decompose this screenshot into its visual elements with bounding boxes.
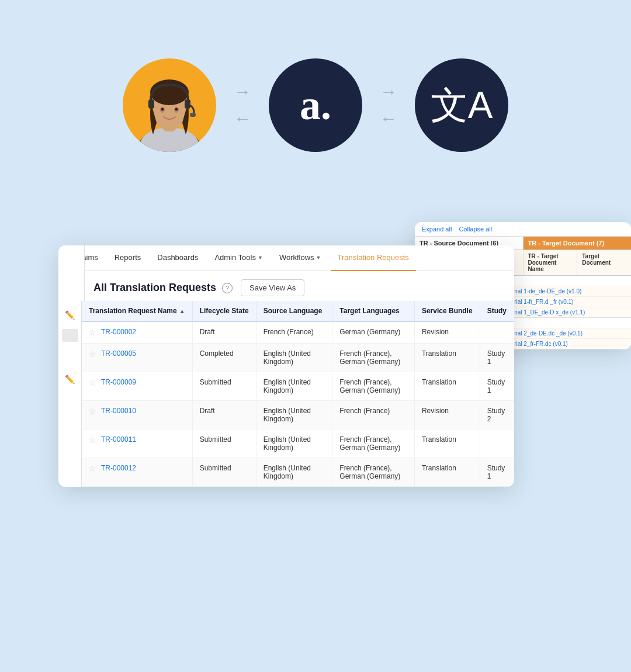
rp-file-2b[interactable]: Material 2_fr-FR.dc (v0.1): [501, 339, 631, 349]
rp-file-2a[interactable]: Material 2_de-DE.dc _de (v0.1): [501, 328, 631, 339]
help-icon[interactable]: ?: [222, 283, 233, 293]
table-row: ☆ TR-000009 Submitted English (United Ki…: [82, 372, 514, 401]
table-container: Translation Request Name ▲ Lifecycle Sta…: [82, 301, 514, 487]
svg-point-4: [150, 79, 189, 105]
cell-name-5: ☆ TR-000012: [82, 458, 192, 487]
tr-link-3[interactable]: TR-000010: [101, 407, 136, 415]
cell-service-bundle-4: Translation: [414, 429, 480, 458]
col-header-study: Study: [480, 301, 514, 321]
sidebar-edit-icon[interactable]: ✏️: [61, 306, 79, 324]
logo-circle: a.: [269, 58, 362, 152]
translation-requests-table: Translation Request Name ▲ Lifecycle Sta…: [82, 301, 514, 487]
col-header-target-langs: Target Languages: [332, 301, 415, 321]
tr-link-0[interactable]: TR-000002: [101, 328, 136, 336]
translate-icon: 文A: [431, 80, 493, 131]
rp-file-1a[interactable]: Material 1-de_de-DE_de (v1.0): [501, 286, 631, 297]
cell-lifecycle-3: Draft: [192, 401, 256, 429]
page-title: All Translation Requests: [93, 282, 216, 294]
tr-link-5[interactable]: TR-000012: [101, 464, 136, 472]
svg-point-7: [161, 108, 164, 111]
cell-lifecycle-4: Submitted: [192, 429, 256, 458]
nav-bar: Claims Reports Dashboards Admin Tools ▼ …: [58, 245, 514, 271]
tr-link-1[interactable]: TR-000005: [101, 349, 136, 358]
star-icon-2[interactable]: ☆: [89, 378, 96, 387]
cell-target-langs-1: French (France), German (Germany): [332, 344, 415, 372]
admin-tools-dropdown-icon: ▼: [258, 255, 263, 261]
rp-file-1c[interactable]: Material 1_DE_de-D x_de (v1.1): [501, 307, 631, 317]
cell-source-lang-5: English (United Kingdom): [256, 458, 332, 487]
cell-source-lang-2: English (United Kingdom): [256, 372, 332, 401]
cell-study-1: Study 1: [480, 344, 514, 372]
cell-study-5: Study 1: [480, 458, 514, 487]
svg-rect-10: [185, 99, 190, 109]
cell-lifecycle-2: Submitted: [192, 372, 256, 401]
table-area: Translation Request Name ▲ Lifecycle Sta…: [82, 301, 514, 487]
star-icon-3[interactable]: ☆: [89, 407, 96, 416]
col-header-name: Translation Request Name ▲: [82, 301, 192, 321]
cell-lifecycle-0: Draft: [192, 321, 256, 344]
cell-service-bundle-1: Translation: [414, 344, 480, 372]
cell-name-4: ☆ TR-000011: [82, 429, 192, 458]
table-row: ☆ TR-000011 Submitted English (United Ki…: [82, 429, 514, 458]
sub-header-tgt-doc: Target Document: [577, 250, 631, 275]
nav-workflows[interactable]: Workflows ▼: [272, 245, 328, 271]
nav-admin-tools[interactable]: Admin Tools ▼: [207, 245, 270, 271]
nav-dashboards[interactable]: Dashboards: [150, 245, 205, 271]
cell-target-langs-3: French (France): [332, 401, 415, 429]
sidebar: ✏️ ✏️: [58, 301, 82, 487]
collapse-all-link[interactable]: Collapse all: [459, 226, 492, 233]
arrow-right-icon: →: [234, 82, 251, 102]
cell-service-bundle-2: Translation: [414, 372, 480, 401]
cell-target-langs-2: French (France), German (Germany): [332, 372, 415, 401]
cell-study-2: Study 1: [480, 372, 514, 401]
expand-all-link[interactable]: Expand all: [422, 226, 452, 233]
target-group-header: TR - Target Document (7): [523, 237, 632, 250]
cell-source-lang-0: French (France): [256, 321, 332, 344]
left-arrow-group: → ←: [234, 82, 251, 129]
sub-header-tgt-name: TR - Target Document Name: [523, 250, 578, 275]
nav-translation-requests[interactable]: Translation Requests: [331, 245, 416, 271]
arrow-left-2-icon: ←: [380, 109, 397, 129]
cell-source-lang-1: English (United Kingdom): [256, 344, 332, 372]
svg-rect-11: [190, 113, 196, 117]
tr-link-2[interactable]: TR-000009: [101, 378, 136, 386]
save-view-button[interactable]: Save View As: [241, 279, 304, 296]
cell-lifecycle-5: Submitted: [192, 458, 256, 487]
right-arrow-group: → ←: [380, 82, 397, 129]
page-header: ✏️ All Translation Requests ? Save View …: [58, 271, 514, 301]
tr-link-4[interactable]: TR-000011: [101, 435, 136, 444]
sort-arrow-icon: ▲: [179, 308, 185, 314]
nav-reports[interactable]: Reports: [108, 245, 148, 271]
star-icon-0[interactable]: ☆: [89, 328, 96, 337]
cell-service-bundle-5: Translation: [414, 458, 480, 487]
table-row: ☆ TR-000005 Completed English (United Ki…: [82, 344, 514, 372]
rp-file-1b[interactable]: Material 1-fr_FR.d _fr (v0.1): [501, 297, 631, 307]
workflows-dropdown-icon: ▼: [316, 255, 321, 261]
cell-target-langs-0: German (Germany): [332, 321, 415, 344]
cell-name-0: ☆ TR-000002: [82, 321, 192, 344]
svg-point-8: [175, 108, 178, 111]
cell-name-1: ☆ TR-000005: [82, 344, 192, 372]
cell-target-langs-5: French (France), German (Germany): [332, 458, 415, 487]
main-app-window: Claims Reports Dashboards Admin Tools ▼ …: [58, 245, 514, 487]
star-icon-4[interactable]: ☆: [89, 435, 96, 445]
cell-name-3: ☆ TR-000010: [82, 401, 192, 429]
sidebar-block-1: [62, 329, 78, 342]
col-header-service-bundle: Service Bundle: [414, 301, 480, 321]
illustration-area: → ← a. → ← 文A: [0, 0, 631, 175]
cell-target-langs-4: French (France), German (Germany): [332, 429, 415, 458]
logo-letter: a.: [300, 81, 331, 130]
arrow-left-icon: ←: [234, 109, 251, 129]
cell-service-bundle-0: Revision: [414, 321, 480, 344]
cell-study-4: [480, 429, 514, 458]
cell-source-lang-4: English (United Kingdom): [256, 429, 332, 458]
sidebar-pencil-icon-2[interactable]: ✏️: [61, 370, 79, 389]
star-icon-1[interactable]: ☆: [89, 349, 96, 359]
star-icon-5[interactable]: ☆: [89, 464, 96, 473]
cell-study-0: [480, 321, 514, 344]
expand-collapse-bar: Expand all Collapse all: [415, 222, 631, 237]
table-row: ☆ TR-000012 Submitted English (United Ki…: [82, 458, 514, 487]
translate-circle: 文A: [415, 58, 508, 152]
cell-name-2: ☆ TR-000009: [82, 372, 192, 401]
table-row: ☆ TR-000002 Draft French (France) German…: [82, 321, 514, 344]
